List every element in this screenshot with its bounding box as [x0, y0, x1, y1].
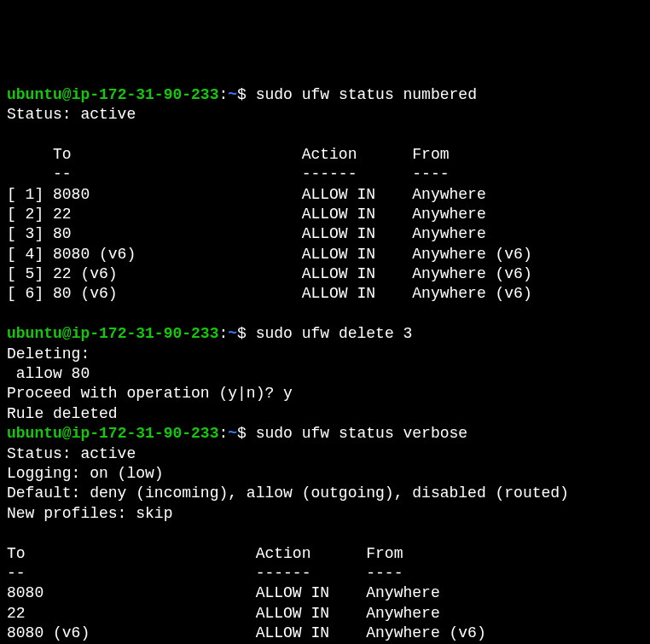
- output-line: Default: deny (incoming), allow (outgoin…: [7, 484, 569, 502]
- prompt-at: @: [62, 325, 72, 342]
- output-line: 8080 (v6) ALLOW IN Anywhere (v6): [7, 624, 486, 641]
- prompt-dollar: $: [237, 425, 256, 442]
- prompt-dollar: $: [237, 325, 256, 342]
- output-line: Proceed with operation (y|n)? y: [7, 385, 293, 402]
- output-line: [ 4] 8080 (v6) ALLOW IN Anywhere (v6): [7, 246, 532, 263]
- output-line: [ 6] 80 (v6) ALLOW IN Anywhere (v6): [7, 285, 532, 302]
- prompt-line-1: ubuntu@ip-172-31-90-233:~$ sudo ufw stat…: [7, 86, 477, 103]
- prompt-user: ubuntu: [7, 425, 62, 442]
- output-line: 8080 ALLOW IN Anywhere: [7, 584, 440, 601]
- prompt-dollar: $: [237, 86, 256, 103]
- prompt-line-3: ubuntu@ip-172-31-90-233:~$ sudo ufw stat…: [7, 425, 467, 442]
- prompt-user: ubuntu: [7, 86, 62, 103]
- output-line: Deleting:: [7, 345, 90, 363]
- output-line: [ 3] 80 ALLOW IN Anywhere: [7, 225, 486, 242]
- output-line: [ 2] 22 ALLOW IN Anywhere: [7, 206, 486, 223]
- output-line: -- ------ ----: [7, 565, 403, 582]
- output-line: allow 80: [7, 365, 90, 382]
- prompt-path: ~: [228, 425, 237, 442]
- prompt-host: ip-172-31-90-233: [72, 425, 219, 442]
- prompt-path: ~: [228, 325, 237, 342]
- prompt-colon: :: [218, 86, 228, 103]
- output-line: [ 5] 22 (v6) ALLOW IN Anywhere (v6): [7, 265, 532, 282]
- command-1: sudo ufw status numbered: [256, 86, 477, 103]
- prompt-at: @: [62, 86, 72, 103]
- prompt-at: @: [62, 425, 72, 442]
- output-line: Logging: on (low): [7, 465, 164, 482]
- output-line: Status: active: [7, 106, 136, 123]
- prompt-user: ubuntu: [7, 325, 62, 342]
- prompt-line-2: ubuntu@ip-172-31-90-233:~$ sudo ufw dele…: [7, 325, 412, 342]
- output-line: [ 1] 8080 ALLOW IN Anywhere: [7, 186, 486, 203]
- command-3: sudo ufw status verbose: [256, 425, 467, 442]
- output-line: Rule deleted: [7, 405, 118, 422]
- prompt-colon: :: [218, 425, 228, 442]
- output-line: New profiles: skip: [7, 505, 172, 522]
- output-line: To Action From: [7, 146, 449, 163]
- output-line: 22 ALLOW IN Anywhere: [7, 605, 440, 622]
- prompt-path: ~: [228, 86, 237, 103]
- terminal-output[interactable]: ubuntu@ip-172-31-90-233:~$ sudo ufw stat…: [7, 85, 643, 644]
- prompt-host: ip-172-31-90-233: [72, 86, 219, 103]
- output-line: To Action From: [7, 545, 403, 562]
- prompt-colon: :: [218, 325, 228, 342]
- output-line: -- ------ ----: [7, 165, 449, 183]
- prompt-host: ip-172-31-90-233: [72, 325, 219, 342]
- output-line: Status: active: [7, 445, 136, 462]
- command-2: sudo ufw delete 3: [256, 325, 413, 342]
